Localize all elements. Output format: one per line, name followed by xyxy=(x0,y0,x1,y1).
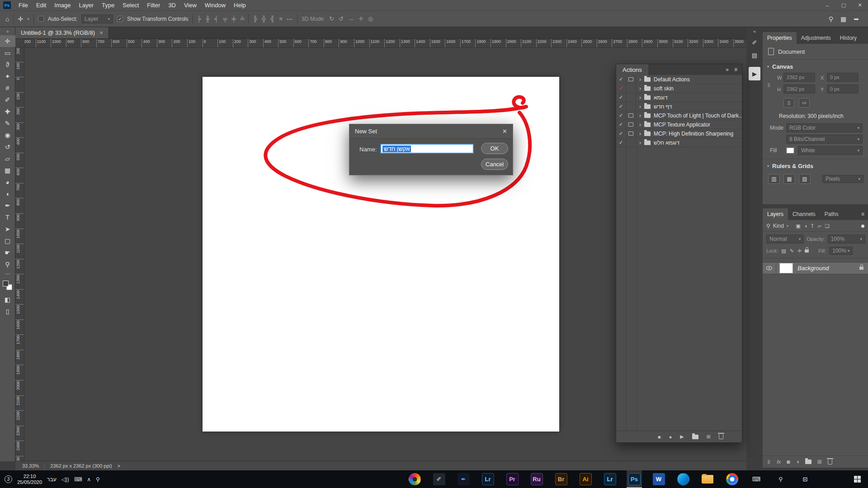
modal-toggle-cell[interactable] xyxy=(626,84,636,93)
delete-icon[interactable] xyxy=(719,434,723,439)
brush-app[interactable]: ✐ xyxy=(431,470,447,488)
panel-menu-icon[interactable]: ≡ xyxy=(858,208,868,220)
action-set-row[interactable]: ✓ › דף חדש xyxy=(616,102,742,111)
distribute-icon[interactable]: ╠ xyxy=(253,15,257,22)
action-set-row[interactable]: ✓ › MCP: High Definition Sharpening xyxy=(616,129,742,138)
workspace-icon[interactable]: ▦ xyxy=(840,15,846,23)
panel-tab[interactable]: Paths xyxy=(820,208,843,220)
align-icon[interactable]: ╤ xyxy=(223,15,227,22)
mode-3d-icon[interactable]: ↔ xyxy=(348,15,354,22)
action-set-row[interactable]: ✓ › soft skin xyxy=(616,84,742,93)
include-check-icon[interactable]: ✓ xyxy=(616,129,626,138)
height-field[interactable]: 2362 px xyxy=(783,84,815,94)
screen-mode-icon[interactable]: ▯ xyxy=(0,305,15,317)
lock-option-icon[interactable]: ▨ xyxy=(781,248,786,254)
align-icon[interactable]: ╞ xyxy=(197,15,201,22)
history-brush-tool[interactable]: ↺ xyxy=(0,141,15,153)
rush-app[interactable]: Ru xyxy=(529,470,544,488)
marquee-tool[interactable]: ▭ xyxy=(0,47,15,59)
kind-filter-dropdown[interactable]: Kind xyxy=(773,223,784,229)
distribute-icon[interactable]: ≡ xyxy=(279,15,283,22)
panel-tab[interactable]: Properties xyxy=(763,32,797,44)
blend-mode-dropdown[interactable]: Normal ▾ xyxy=(766,235,804,244)
modal-toggle-cell[interactable] xyxy=(626,93,636,102)
lasso-tool[interactable]: ϑ xyxy=(0,59,15,70)
record-icon[interactable]: ● xyxy=(669,434,672,440)
delete-layer-icon[interactable] xyxy=(828,460,832,465)
share-icon[interactable]: ➥ xyxy=(854,15,859,23)
move-tool-icon[interactable]: ✛ xyxy=(18,15,23,23)
fill-dropdown[interactable]: White ▾ xyxy=(798,146,863,155)
panel-tab[interactable]: Layers xyxy=(763,208,788,220)
collapse-panel-icon[interactable]: » xyxy=(726,66,729,73)
notification-badge[interactable]: 3 xyxy=(5,475,12,483)
menu-item[interactable]: Help xyxy=(230,0,250,11)
action-set-row[interactable]: ✓ › MCP Texture Applicator xyxy=(616,120,742,129)
language-indicator[interactable]: עבר xyxy=(47,476,57,483)
healing-brush-tool[interactable]: ✚ xyxy=(0,106,15,117)
gradient-tool[interactable]: ▦ xyxy=(0,164,15,176)
expand-arrow-icon[interactable]: › xyxy=(636,103,644,110)
expand-arrow-icon[interactable]: › xyxy=(636,76,644,83)
pen-app[interactable]: ✒ xyxy=(456,470,471,488)
dodge-tool[interactable]: ◖ xyxy=(0,188,15,200)
lock-all-icon[interactable] xyxy=(805,249,809,253)
layer-thumbnail[interactable] xyxy=(779,263,793,273)
link-layers-icon[interactable]: ∞ xyxy=(766,460,772,464)
menu-item[interactable]: 3D xyxy=(164,0,180,11)
modal-toggle-cell[interactable] xyxy=(626,129,636,138)
blur-tool[interactable]: ◕ xyxy=(0,176,15,188)
distribute-icon[interactable]: ╬ xyxy=(262,15,266,22)
toolbar-expand-icon[interactable]: » xyxy=(0,27,15,35)
action-set-row[interactable]: ✓ › Default Actions xyxy=(616,75,742,84)
include-check-icon[interactable]: ✓ xyxy=(616,111,626,120)
new-layer-icon[interactable]: ⊞ xyxy=(817,459,822,465)
start-button[interactable] xyxy=(846,470,868,488)
distribute-icon[interactable]: ╣ xyxy=(270,15,274,22)
align-icon[interactable]: ╪ xyxy=(231,15,236,22)
menu-item[interactable]: Edit xyxy=(32,0,50,11)
color-wheel-app[interactable] xyxy=(407,470,422,488)
mode-3d-icon[interactable]: ↺ xyxy=(339,15,344,22)
brush-settings-icon[interactable]: ✐ xyxy=(749,37,760,48)
chevron-down-icon[interactable]: ▾ xyxy=(27,17,29,21)
align-icon[interactable]: ╫ xyxy=(206,15,210,22)
illustrator-app[interactable]: Ai xyxy=(578,470,593,488)
layer-filter-icon[interactable]: ▱ xyxy=(817,223,821,229)
expand-arrow-icon[interactable]: › xyxy=(636,131,644,137)
ok-button[interactable]: OK xyxy=(481,143,508,154)
menu-item[interactable]: View xyxy=(180,0,201,11)
foreground-background-swatches[interactable] xyxy=(0,279,15,294)
tab-actions[interactable]: Actions xyxy=(616,64,648,75)
expand-arrow-icon[interactable]: › xyxy=(636,122,644,128)
actions-panel-icon[interactable]: ▶ xyxy=(749,67,760,80)
status-chevron-icon[interactable]: > xyxy=(118,463,120,469)
zoom-tool[interactable]: ⚲ xyxy=(0,258,15,270)
show-transform-checkbox[interactable]: ✓ xyxy=(117,16,123,22)
include-check-icon[interactable]: ✓ xyxy=(616,84,626,93)
tray-expand-icon[interactable]: ∧ xyxy=(87,476,91,483)
volume-icon[interactable]: ◁)) xyxy=(61,476,69,483)
folder-app[interactable] xyxy=(700,470,715,488)
bit-depth-dropdown[interactable]: 8 Bits/Channel ▾ xyxy=(786,135,863,144)
landscape-orientation-button[interactable]: ▭ xyxy=(799,98,810,108)
ruler-origin-corner[interactable] xyxy=(15,39,24,48)
search-app[interactable]: ⚲ xyxy=(773,470,788,488)
portrait-orientation-button[interactable]: ▯ xyxy=(783,98,794,108)
devices-app[interactable]: ⌨ xyxy=(749,470,764,488)
keyboard-icon[interactable]: ⌨ xyxy=(74,476,82,483)
layer-filter-icon[interactable]: ◑ xyxy=(804,223,807,229)
lightroom-app[interactable]: Lr xyxy=(602,470,618,488)
ruler-grid-toggle-button[interactable]: ▧ xyxy=(799,174,811,184)
dialog-title-bar[interactable]: New Set ✕ xyxy=(349,124,513,139)
modal-toggle-cell[interactable] xyxy=(626,111,636,120)
expand-arrow-icon[interactable]: › xyxy=(636,85,644,92)
menu-item[interactable]: Layer xyxy=(75,0,98,11)
hand-tool[interactable]: ☛ xyxy=(0,247,15,258)
layer-filter-icon[interactable]: ❏ xyxy=(825,223,830,229)
premiere-app[interactable]: Pr xyxy=(505,470,520,488)
fill-dropdown[interactable]: 100% ▾ xyxy=(829,247,853,255)
menu-item[interactable]: Type xyxy=(98,0,118,11)
play-icon[interactable]: ▶ xyxy=(680,434,684,440)
close-button[interactable]: ✕ xyxy=(852,0,868,11)
